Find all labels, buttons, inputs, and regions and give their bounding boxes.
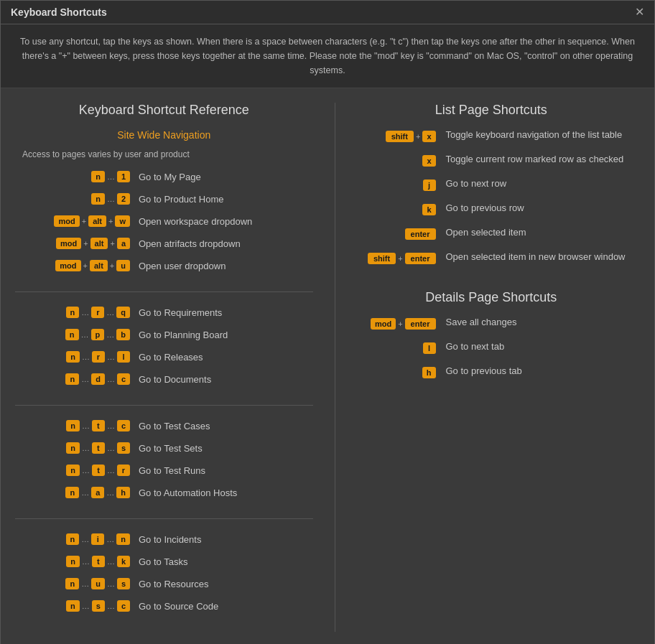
label-toggle-nav: Toggle keyboard navigation of the list t…	[446, 129, 623, 140]
key-n-tr: n	[66, 465, 80, 476]
keys-incidents: n … i … n	[15, 533, 130, 545]
label-test-sets: Go to Test Sets	[139, 443, 203, 454]
keys-test-sets: n … t … s	[15, 442, 130, 454]
key-mod-w: mod	[54, 215, 79, 227]
key-r-req: r	[91, 307, 104, 318]
key-enter-1: enter	[405, 228, 436, 240]
keys-toggle-check: x	[343, 154, 436, 167]
label-releases: Go to Releases	[139, 352, 203, 363]
key-u-res: u	[91, 578, 105, 589]
key-c-src: c	[117, 600, 130, 612]
label-open-new-window: Open selected item in new browser window	[446, 251, 626, 262]
key-n-plan: n	[65, 329, 79, 340]
keys-open-new-window: shift + enter	[343, 251, 436, 264]
label-planning: Go to Planning Board	[139, 330, 228, 340]
label-prev-row: Go to previous row	[446, 202, 524, 213]
label-requirements: Go to Requirements	[139, 307, 222, 318]
shortcut-row-open-new-window: shift + enter Open selected item in new …	[343, 251, 641, 269]
key-l: l	[423, 342, 436, 354]
label-my-page: Go to My Page	[139, 172, 201, 182]
key-r-tr: r	[117, 465, 130, 476]
shortcut-row-documents: n … d … c Go to Documents	[15, 370, 313, 388]
key-a: a	[117, 238, 130, 249]
keys-source: n … s … c	[15, 600, 130, 612]
label-artifacts: Open atrifacts dropdown	[139, 238, 241, 249]
keys-workspace: mod + alt + w	[15, 215, 130, 227]
key-w: w	[115, 215, 130, 227]
keys-save: mod + enter	[343, 317, 436, 330]
keys-planning: n … p … b	[15, 329, 130, 340]
shortcut-row-toggle-nav: shift + x Toggle keyboard navigation of …	[343, 129, 641, 146]
key-x-1: x	[422, 131, 435, 142]
shortcut-row-source: n … s … c Go to Source Code	[15, 597, 313, 615]
modal-content: Keyboard Shortcut Reference Site Wide Na…	[1, 88, 654, 644]
key-t-task: t	[92, 556, 105, 567]
key-mod-a: mod	[56, 238, 81, 249]
key-h: h	[422, 367, 436, 378]
key-c-tc: c	[117, 420, 130, 431]
key-u: u	[116, 260, 130, 271]
shortcut-row-incidents: n … i … n Go to Incidents	[15, 531, 313, 548]
keys-user: mod + alt + u	[15, 260, 130, 271]
nav-group-2: n … t … c Go to Test Cases n … t … s	[15, 417, 313, 501]
keys-test-runs: n … t … r	[15, 465, 130, 476]
shortcut-row-test-runs: n … t … r Go to Test Runs	[15, 462, 313, 479]
key-i-inc: i	[91, 533, 104, 545]
key-n-doc: n	[65, 373, 79, 385]
label-resources: Go to Resources	[139, 579, 209, 589]
site-wide-title: Site Wide Navigation	[15, 129, 313, 141]
key-n: n	[91, 171, 105, 182]
key-k: k	[422, 204, 435, 215]
label-save: Save all changes	[446, 317, 517, 327]
key-s-res: s	[117, 578, 130, 589]
site-wide-group: Site Wide Navigation Access to pages var…	[15, 129, 313, 274]
label-product-home: Go to Product Home	[139, 194, 224, 205]
key-a-ah: a	[91, 487, 104, 498]
modal-header: Keyboard Shortcuts ✕	[1, 1, 654, 24]
label-documents: Go to Documents	[139, 374, 211, 385]
shortcut-row-open-item: enter Open selected item	[343, 227, 641, 244]
shortcut-row-next-row: j Go to next row	[343, 178, 641, 195]
key-h-ah: h	[116, 487, 130, 498]
shortcut-row-workspace: mod + alt + w Open workspace dropdown	[15, 213, 313, 230]
key-c-doc: c	[117, 373, 130, 385]
details-page-title: Details Page Shortcuts	[343, 290, 641, 305]
key-enter-save: enter	[405, 318, 436, 330]
key-n2: n	[91, 193, 105, 205]
label-tasks: Go to Tasks	[139, 556, 187, 567]
label-toggle-check: Toggle current row marked row as checked	[446, 154, 624, 164]
keyboard-shortcuts-modal: Keyboard Shortcuts ✕ To use any shortcut…	[0, 0, 655, 644]
key-n-task: n	[66, 556, 80, 567]
key-q: q	[116, 307, 130, 318]
shortcut-row-tasks: n … t … k Go to Tasks	[15, 553, 313, 570]
key-mod-save: mod	[371, 318, 396, 330]
keys-toggle-nav: shift + x	[343, 129, 436, 142]
keys-requirements: n … r … q	[15, 307, 130, 318]
key-s-ts: s	[117, 442, 130, 454]
key-n-ah: n	[65, 487, 79, 498]
key-n-src: n	[66, 600, 80, 612]
keys-tasks: n … t … k	[15, 556, 130, 567]
keys-prev-tab: h	[343, 365, 436, 378]
key-b-plan: b	[116, 329, 130, 340]
nav-group-1: n … r … q Go to Requirements n … p … b	[15, 304, 313, 388]
shortcut-row-toggle-check: x Toggle current row marked row as check…	[343, 154, 641, 171]
shortcut-row-save: mod + enter Save all changes	[343, 317, 641, 334]
keys-resources: n … u … s	[15, 578, 130, 589]
shortcut-row-next-tab: l Go to next tab	[343, 341, 641, 358]
shortcut-row-my-page: n … 1 Go to My Page	[15, 168, 313, 185]
shortcut-row-resources: n … u … s Go to Resources	[15, 575, 313, 592]
key-alt-a: alt	[90, 238, 108, 249]
note-text: Access to pages varies by user and produ…	[15, 148, 313, 161]
key-d: d	[91, 373, 105, 385]
shortcut-row-planning: n … p … b Go to Planning Board	[15, 326, 313, 343]
close-button[interactable]: ✕	[635, 6, 644, 18]
shortcut-row-test-sets: n … t … s Go to Test Sets	[15, 439, 313, 457]
key-n2-inc: n	[116, 533, 130, 545]
key-n-req: n	[66, 307, 80, 318]
shortcut-row-requirements: n … r … q Go to Requirements	[15, 304, 313, 321]
key-1: 1	[117, 171, 130, 182]
keys-open-item: enter	[343, 227, 436, 240]
key-alt-w: alt	[88, 215, 106, 227]
left-column: Keyboard Shortcut Reference Site Wide Na…	[15, 103, 320, 632]
